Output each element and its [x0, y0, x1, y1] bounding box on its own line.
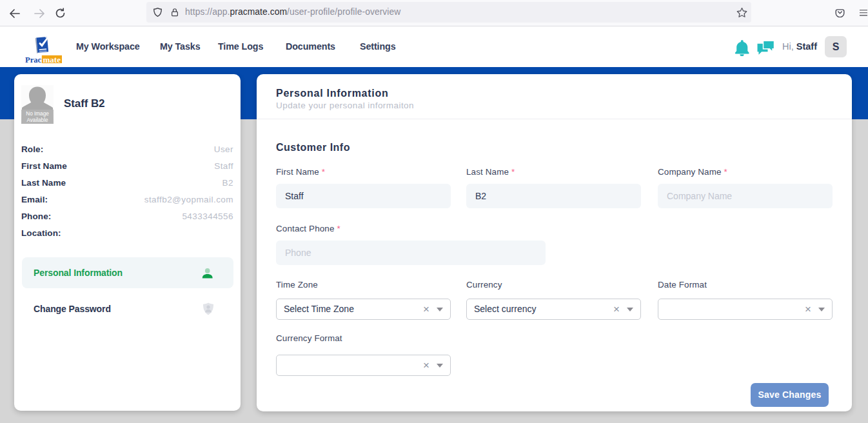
svg-text:Available: Available — [26, 117, 48, 123]
svg-text:No Image: No Image — [26, 111, 49, 117]
